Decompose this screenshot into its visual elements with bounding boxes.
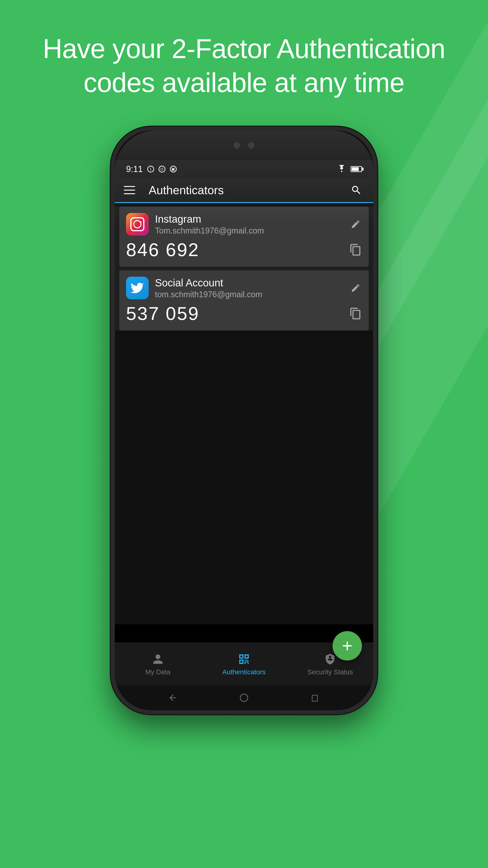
my-data-label: My Data	[145, 668, 170, 676]
back-icon	[168, 693, 178, 703]
nav-item-authenticators[interactable]: Authenticators	[201, 643, 287, 685]
instagram-name: Instagram	[155, 213, 264, 225]
app-toolbar: Authenticators	[115, 178, 373, 203]
account-item-instagram[interactable]: Instagram Tom.schmith1976@gmail.com	[119, 207, 369, 267]
fab-spacer: +	[115, 624, 373, 643]
instagram-auth-code: 846 692	[126, 239, 199, 260]
hero-text: Have your 2-Factor Authentication codes …	[0, 32, 488, 99]
recents-icon	[311, 693, 320, 702]
account-social-info: Social Account tom.schmith1976@gmail.com	[126, 277, 262, 299]
wifi-icon	[337, 165, 347, 173]
home-button[interactable]	[237, 691, 251, 705]
svg-point-0	[240, 694, 248, 702]
my-data-icon	[151, 652, 165, 666]
svg-rect-1	[312, 695, 317, 701]
hamburger-line-2	[124, 190, 135, 191]
hamburger-line-1	[124, 186, 135, 187]
social-icon	[126, 277, 149, 299]
authenticators-label: Authenticators	[222, 668, 266, 676]
social-name-email: Social Account tom.schmith1976@gmail.com	[155, 277, 262, 299]
person-icon	[152, 653, 164, 665]
security-status-label: Security Status	[307, 668, 353, 676]
edit-icon-2	[351, 283, 361, 293]
social-name: Social Account	[155, 277, 262, 289]
account-social-header: Social Account tom.schmith1976@gmail.com	[126, 277, 362, 299]
authenticators-icon	[237, 652, 251, 666]
instagram-icon	[126, 213, 149, 236]
social-auth-code: 537 059	[126, 303, 199, 324]
account-list: Instagram Tom.schmith1976@gmail.com	[115, 207, 373, 331]
shield-person-icon	[324, 653, 336, 665]
social-action-btns	[349, 282, 362, 294]
info-icon: i	[147, 166, 154, 173]
fab-plus-icon: +	[342, 637, 353, 655]
nav-item-my-data[interactable]: My Data	[115, 643, 201, 685]
empty-content-area	[115, 334, 373, 624]
phone-top-bar	[115, 131, 373, 160]
status-bar: 9:11 i ⊙ ▣	[115, 160, 373, 178]
instagram-edit-button[interactable]	[349, 218, 362, 230]
social-edit-button[interactable]	[349, 282, 362, 294]
edit-icon	[351, 219, 361, 229]
instagram-copy-button[interactable]	[349, 243, 362, 256]
status-left: 9:11 i ⊙ ▣	[126, 164, 177, 174]
phone-screen: 9:11 i ⊙ ▣	[115, 160, 373, 710]
phone-mockup: 9:11 i ⊙ ▣	[111, 127, 377, 714]
status-right	[337, 165, 362, 173]
account-instagram-header: Instagram Tom.schmith1976@gmail.com	[126, 213, 362, 236]
nfc-icon: ⊙	[159, 166, 165, 173]
copy-icon-2	[349, 307, 362, 320]
instagram-action-btns	[349, 218, 362, 230]
phone-shell: 9:11 i ⊙ ▣	[111, 127, 377, 714]
account-item-social[interactable]: Social Account tom.schmith1976@gmail.com	[119, 270, 369, 331]
social-code-row: 537 059	[126, 303, 362, 324]
social-email: tom.schmith1976@gmail.com	[155, 290, 262, 299]
battery-fill	[352, 167, 359, 171]
back-button[interactable]	[166, 691, 180, 705]
instagram-email: Tom.schmith1976@gmail.com	[155, 226, 264, 236]
copy-icon	[349, 243, 362, 256]
toolbar-title: Authenticators	[149, 183, 348, 197]
qr-code-icon	[238, 653, 250, 665]
home-circle-icon	[239, 693, 249, 703]
add-fab-button[interactable]: +	[332, 631, 362, 660]
camera-dot-1	[234, 142, 240, 149]
instagram-inner-icon	[130, 217, 144, 231]
hamburger-line-3	[124, 193, 135, 194]
camera-dot-2	[248, 142, 254, 149]
search-icon	[351, 184, 362, 196]
hamburger-button[interactable]	[124, 182, 140, 198]
instagram-code-row: 846 692	[126, 239, 362, 260]
instagram-name-email: Instagram Tom.schmith1976@gmail.com	[155, 213, 264, 236]
recents-button[interactable]	[308, 691, 322, 705]
battery-icon	[351, 166, 362, 172]
sd-icon: ▣	[170, 166, 177, 173]
social-copy-button[interactable]	[349, 307, 362, 320]
android-nav-bar	[115, 685, 373, 710]
search-button[interactable]	[348, 182, 364, 198]
accounts-wrapper: Instagram Tom.schmith1976@gmail.com	[115, 203, 373, 334]
account-instagram-info: Instagram Tom.schmith1976@gmail.com	[126, 213, 264, 236]
clock: 9:11	[126, 164, 143, 174]
bird-icon	[130, 281, 144, 295]
